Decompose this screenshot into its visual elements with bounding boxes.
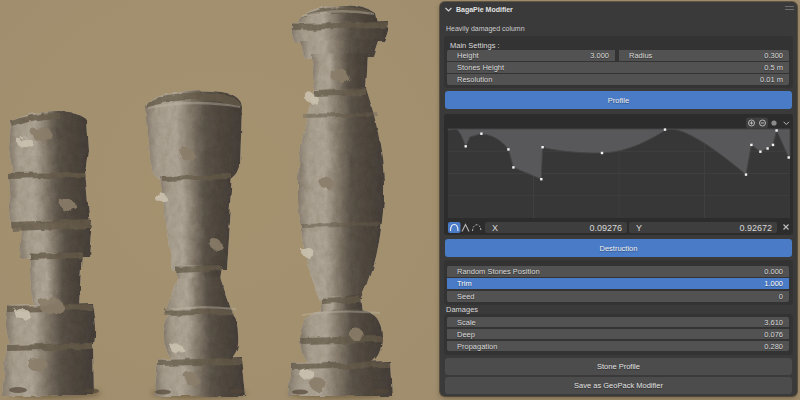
svg-text:Y: Y <box>636 223 642 233</box>
svg-text:X: X <box>492 223 498 233</box>
svg-text:0.09276: 0.09276 <box>589 223 622 233</box>
svg-text:0.92672: 0.92672 <box>739 223 772 233</box>
